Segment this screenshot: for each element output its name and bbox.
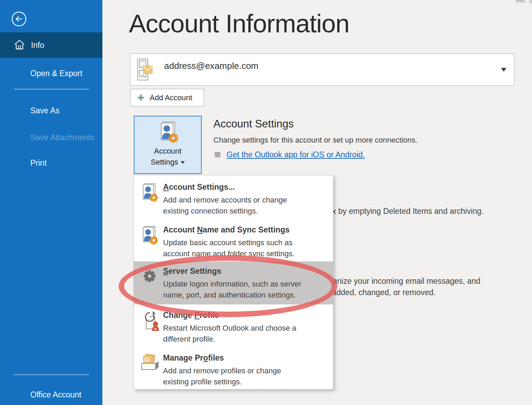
window-chrome-fragment	[530, 0, 532, 3]
sidebar-item-print[interactable]: Print	[30, 158, 47, 168]
page-title: Account Information	[129, 9, 349, 38]
chevron-down-icon	[501, 68, 506, 72]
plus-icon	[138, 94, 144, 101]
sidebar-item-info[interactable]: Info	[0, 32, 102, 58]
mailbox-icon	[137, 59, 153, 82]
add-account-label: Add Account	[150, 93, 192, 102]
account-gear-icon	[140, 225, 163, 259]
account-gear-icon	[140, 182, 163, 217]
window-chrome-fragment	[516, 0, 525, 2]
tile-label-line2: Settings	[151, 158, 178, 166]
add-account-button[interactable]: Add Account	[130, 89, 204, 106]
tile-label-line1: Account	[134, 147, 201, 156]
sidebar-item-save-as[interactable]: Save As	[30, 106, 59, 115]
menu-item-title: Account Settings...	[163, 182, 315, 192]
account-settings-tile-button[interactable]: Account Settings	[134, 116, 202, 174]
section-heading: Account Settings	[213, 118, 294, 130]
menu-item-server-settings[interactable]: Server Settings Update logon information…	[134, 266, 333, 301]
sidebar-divider	[14, 374, 89, 375]
sidebar-divider	[14, 89, 89, 90]
background-text-mailbox: x by emptying Deleted Items and archivin…	[332, 207, 484, 216]
menu-item-change-profile[interactable]: Change Profile Restart Microsoft Outlook…	[134, 310, 333, 345]
menu-item-account-name-sync[interactable]: Account Name and Sync Settings Update ba…	[134, 225, 333, 259]
menu-item-title: Change Profile	[163, 310, 315, 320]
background-text-rules-2: added, changed, or removed.	[332, 288, 435, 297]
menu-item-title: Server Settings	[163, 266, 315, 276]
bullet-square-icon	[215, 152, 220, 157]
selected-account-email: address@example.com	[164, 61, 259, 71]
background-text-rules-1: anize your incoming email messages, and	[333, 277, 480, 286]
chevron-down-icon	[181, 161, 185, 164]
backstage-sidebar: Info Open & Export Save As Save Attachme…	[0, 0, 102, 405]
menu-item-description: Add and remove accounts or change existi…	[163, 195, 315, 217]
menu-item-manage-profiles[interactable]: Manage Profiles Add and remove profiles …	[134, 353, 333, 387]
back-arrow-icon	[11, 22, 27, 28]
menu-item-title: Account Name and Sync Settings	[163, 225, 315, 235]
menu-item-account-settings[interactable]: Account Settings... Add and remove accou…	[134, 182, 333, 217]
sidebar-item-open-export[interactable]: Open & Export	[30, 69, 82, 78]
account-settings-menu: Account Settings... Add and remove accou…	[133, 175, 333, 390]
menu-item-description: Update logon information, such as server…	[163, 279, 315, 301]
account-selector-dropdown[interactable]: address@example.com	[130, 53, 514, 86]
section-description: Change settings for this account or set …	[213, 136, 418, 145]
menu-item-description: Add and remove profiles or change existi…	[163, 365, 315, 387]
home-icon	[14, 39, 25, 51]
get-outlook-app-link[interactable]: Get the Outlook app for iOS or Android.	[227, 150, 365, 159]
back-button[interactable]	[11, 11, 27, 27]
menu-item-title: Manage Profiles	[163, 353, 315, 363]
sidebar-item-save-attachments: Save Attachments	[30, 133, 94, 142]
gear-icon	[140, 266, 163, 301]
account-gear-icon	[158, 121, 179, 145]
refresh-person-icon	[140, 310, 163, 345]
menu-item-description: Restart Microsoft Outlook and choose a d…	[163, 323, 315, 345]
profiles-box-icon	[140, 353, 163, 387]
sidebar-item-office-account[interactable]: Office Account	[30, 390, 81, 399]
menu-item-description: Update basic account settings such as ac…	[163, 237, 315, 259]
sidebar-item-label: Info	[31, 41, 44, 50]
